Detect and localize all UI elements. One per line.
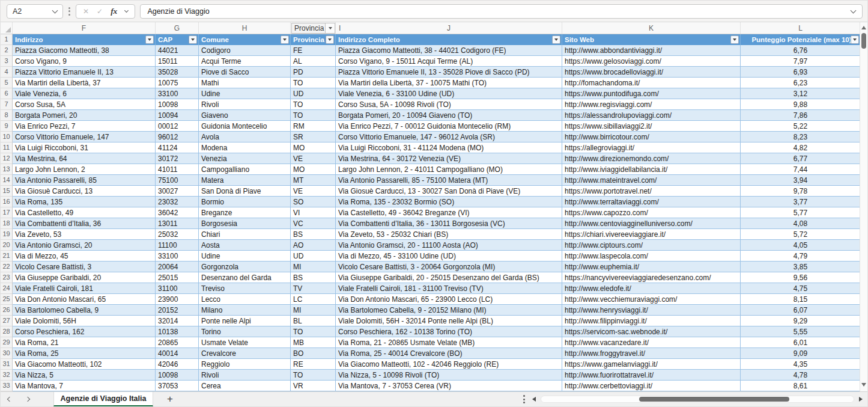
column-header[interactable]: Sito Web — [562, 34, 741, 45]
column-letter[interactable]: G — [156, 22, 199, 34]
cell-punteggio[interactable]: 6,76 — [741, 45, 861, 56]
cell-punteggio[interactable]: 7,44 — [741, 164, 861, 175]
cell-provincia[interactable]: BO — [291, 348, 336, 359]
row-number[interactable]: 29 — [1, 337, 13, 348]
cell-sito-web[interactable]: https://www.capozzo.com/ — [562, 207, 741, 218]
cell-provincia[interactable]: TO — [291, 99, 336, 110]
cell-comune[interactable]: Aosta — [199, 240, 291, 251]
cell-sito-web[interactable]: https://nancyvivereeviaggiaredesenzano.c… — [562, 272, 741, 283]
cell-punteggio[interactable]: 9,78 — [741, 186, 861, 197]
cell-cap[interactable]: 33100 — [156, 88, 199, 99]
cell-sito-web[interactable]: https://www.gelosoviaggi.com/ — [562, 56, 741, 67]
cell-sito-web[interactable]: http://www.cerbettoviaggi.it/ — [562, 381, 741, 391]
cell-indirizzo-completo[interactable]: Via Martiri della Libertà, 37 - 10075 Ma… — [336, 78, 562, 88]
column-header[interactable]: Indirizzo — [13, 34, 156, 45]
cell-indirizzo-completo[interactable]: Borgata Pomeri, 20 - 10094 Giaveno (TO) — [336, 110, 562, 121]
formula-bar[interactable]: Agenzie di Viaggio — [140, 4, 863, 19]
cell-cap[interactable]: 23032 — [156, 197, 199, 207]
cell-sito-web[interactable]: http://www.froggytravel.it/ — [562, 348, 741, 359]
cell-indirizzo[interactable]: Viale Venezia, 6 — [13, 88, 156, 99]
vertical-scrollbar-thumb[interactable] — [861, 33, 866, 49]
cell-cap[interactable]: 11100 — [156, 240, 199, 251]
column-header[interactable]: Punteggio Potenziale (max 10) — [741, 34, 861, 45]
cell-sito-web[interactable]: https://alessandrolupoviaggi.com/ — [562, 110, 741, 121]
cell-sito-web[interactable]: https://servicom-sac.webnode.it/ — [562, 326, 741, 337]
cell-cap[interactable]: 32014 — [156, 316, 199, 326]
cell-punteggio[interactable]: 8,61 — [741, 381, 861, 391]
cell-comune[interactable]: Torino — [199, 326, 291, 337]
filter-dropdown-button[interactable] — [552, 35, 560, 44]
column-letter[interactable]: F — [13, 22, 156, 34]
cell-provincia[interactable]: AO — [291, 240, 336, 251]
cell-indirizzo-completo[interactable]: Vicolo Cesare Battisti, 3 - 20064 Gorgon… — [336, 262, 562, 272]
row-number[interactable]: 22 — [1, 262, 13, 272]
cell-sito-web[interactable]: https://allegroviaggi.it/ — [562, 142, 741, 153]
cell-sito-web[interactable]: http://www.centoviagginelluniverso.com/ — [562, 218, 741, 229]
cell-sito-web[interactable]: http://www.birricotour.com/ — [562, 132, 741, 142]
row-number[interactable]: 15 — [1, 186, 13, 197]
cell-indirizzo-completo[interactable]: Via Zeveto, 53 - 25032 Chiari (BS) — [336, 229, 562, 240]
cell-comune[interactable]: Breganze — [199, 207, 291, 218]
cell-comune[interactable]: Modena — [199, 142, 291, 153]
cell-comune[interactable]: Codigoro — [199, 45, 291, 56]
cell-punteggio[interactable]: 5,77 — [741, 207, 861, 218]
cell-sito-web[interactable]: http://www.mateintravel.com/ — [562, 175, 741, 186]
cell-indirizzo[interactable]: Piazza Vittorio Emanuele II, 13 — [13, 67, 156, 78]
cell-indirizzo-completo[interactable]: Corso Peschiera, 162 - 10138 Torino (TO) — [336, 326, 562, 337]
cell-indirizzo-completo[interactable]: Piazza Vittorio Emanuele II, 13 - 35028 … — [336, 67, 562, 78]
cell-cap[interactable]: 35028 — [156, 67, 199, 78]
cell-cap[interactable]: 20064 — [156, 262, 199, 272]
cell-sito-web[interactable]: http://www.henrysviaggi.it/ — [562, 305, 741, 316]
cell-punteggio[interactable]: 9,88 — [741, 99, 861, 110]
cell-sito-web[interactable]: http://www.vacanzedare.it/ — [562, 337, 741, 348]
cell-punteggio[interactable]: 5,55 — [741, 326, 861, 337]
cell-sito-web[interactable]: https://www.gamelanviaggi.it/ — [562, 359, 741, 370]
cell-punteggio[interactable]: 6,77 — [741, 153, 861, 164]
cell-sito-web[interactable]: https://www.portotravel.net/ — [562, 186, 741, 197]
cell-indirizzo[interactable]: Corso Peschiera, 162 — [13, 326, 156, 337]
horizontal-scrollbar[interactable] — [541, 396, 854, 403]
cell-punteggio[interactable]: 3,85 — [741, 262, 861, 272]
cell-cap[interactable]: 44021 — [156, 45, 199, 56]
cell-provincia[interactable]: TV — [291, 283, 336, 294]
cell-provincia[interactable]: VE — [291, 153, 336, 164]
cell-cap[interactable]: 33100 — [156, 251, 199, 262]
cell-comune[interactable]: Reggiolo — [199, 359, 291, 370]
cell-provincia[interactable]: VR — [291, 381, 336, 391]
cell-cap[interactable]: 15011 — [156, 56, 199, 67]
cell-sito-web[interactable]: http://www.fuorirottatravel.it/ — [562, 370, 741, 381]
cell-indirizzo-completo[interactable]: Via Roma, 21 - 20865 Usmate Velate (MB) — [336, 337, 562, 348]
cell-comune[interactable]: Venezia — [199, 153, 291, 164]
cell-punteggio[interactable]: 6,01 — [741, 337, 861, 348]
cell-indirizzo[interactable]: Largo John Lennon, 2 — [13, 164, 156, 175]
column-letter[interactable]: L — [741, 22, 861, 34]
cell-punteggio[interactable]: 6,23 — [741, 78, 861, 88]
cell-sito-web[interactable]: https://www.brocadelloviaggi.it/ — [562, 67, 741, 78]
cell-comune[interactable]: Udine — [199, 88, 291, 99]
column-header[interactable]: Indirizzo Completo — [336, 34, 562, 45]
filter-dropdown-button[interactable] — [851, 35, 859, 44]
row-number[interactable]: 31 — [1, 359, 13, 370]
scroll-down-icon[interactable] — [861, 383, 866, 387]
cell-indirizzo[interactable]: Corso Vittorio Emanuele, 147 — [13, 132, 156, 142]
scroll-left-icon[interactable] — [532, 397, 536, 402]
cell-indirizzo-completo[interactable]: Via Combattenti d’Italia, 36 - 13011 Bor… — [336, 218, 562, 229]
cell-indirizzo[interactable]: Via Antonio Passarelli, 85 — [13, 175, 156, 186]
cell-sito-web[interactable]: http://fomachandoma.it/ — [562, 78, 741, 88]
row-number[interactable]: 7 — [1, 99, 13, 110]
cell-provincia[interactable]: MO — [291, 164, 336, 175]
filter-dropdown-button[interactable] — [281, 35, 289, 44]
column-letter[interactable]: J — [336, 24, 562, 32]
cell-punteggio[interactable]: 3,12 — [741, 88, 861, 99]
row-number[interactable]: 12 — [1, 153, 13, 164]
cell-comune[interactable]: Avola — [199, 132, 291, 142]
cell-cap[interactable]: 25032 — [156, 229, 199, 240]
cell-indirizzo[interactable]: Via Don Antonio Mascari, 65 — [13, 294, 156, 305]
cell-provincia[interactable]: TO — [291, 326, 336, 337]
chevron-down-icon[interactable] — [124, 8, 129, 12]
column-letter[interactable]: H — [199, 22, 291, 34]
cell-indirizzo-completo[interactable]: Via Enrico Pezzi, 7 - 00012 Guidonia Mon… — [336, 121, 562, 132]
cell-cap[interactable]: 10098 — [156, 99, 199, 110]
cell-indirizzo-completo[interactable]: Via di Mezzo, 45 - 33100 Udine (UD) — [336, 251, 562, 262]
cell-cap[interactable]: 37053 — [156, 381, 199, 391]
